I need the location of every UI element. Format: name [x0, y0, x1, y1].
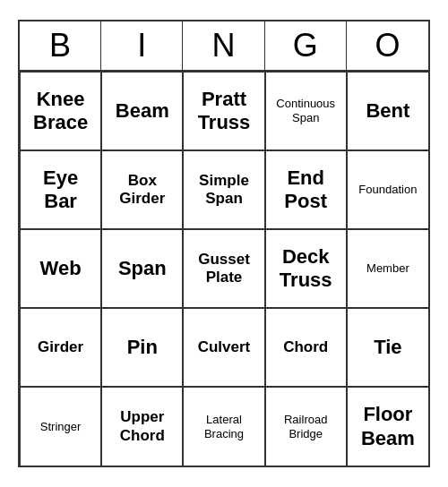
cell-text: EyeBar — [43, 167, 78, 214]
cell-text: Culvert — [198, 338, 251, 356]
cell-text: UpperChord — [120, 408, 165, 445]
header-letter: B — [20, 21, 101, 70]
cell-text: LateralBracing — [204, 413, 244, 440]
cell-text: Stringer — [40, 420, 82, 434]
cell-text: GussetPlate — [198, 251, 250, 287]
bingo-cell: Pin — [101, 308, 183, 387]
bingo-header: BINGO — [20, 21, 428, 72]
bingo-cell: Web — [20, 229, 101, 308]
bingo-cell: UpperChord — [101, 387, 183, 466]
cell-text: PrattTruss — [198, 88, 251, 135]
bingo-cell: Beam — [101, 72, 183, 150]
cell-text: Span — [118, 257, 167, 280]
cell-text: DeckTruss — [280, 245, 332, 293]
bingo-cell: PrattTruss — [183, 72, 264, 150]
cell-text: KneeBrace — [33, 88, 88, 135]
cell-text: Web — [40, 257, 82, 280]
bingo-cell: KneeBrace — [20, 72, 101, 150]
bingo-cell: LateralBracing — [183, 387, 264, 466]
cell-text: Member — [366, 261, 409, 276]
bingo-cell: FloorBeam — [347, 387, 428, 466]
bingo-cell: Chord — [265, 308, 347, 387]
bingo-cell: RailroadBridge — [265, 387, 347, 466]
bingo-card: BINGO KneeBraceBeamPrattTrussContinuous … — [18, 20, 430, 467]
cell-text: BoxGirder — [119, 172, 165, 209]
header-letter: G — [265, 21, 347, 70]
bingo-cell: Stringer — [20, 387, 101, 466]
cell-text: Continuous Span — [270, 97, 342, 124]
bingo-cell: Culvert — [183, 308, 264, 387]
header-letter: N — [183, 21, 264, 70]
bingo-cell: BoxGirder — [101, 150, 183, 229]
bingo-cell: DeckTruss — [265, 229, 347, 308]
cell-text: Beam — [116, 99, 169, 123]
bingo-cell: Tie — [347, 308, 428, 387]
bingo-grid: KneeBraceBeamPrattTrussContinuous SpanBe… — [20, 72, 428, 466]
cell-text: FloorBeam — [361, 403, 415, 450]
cell-text: Chord — [283, 338, 328, 356]
cell-text: Foundation — [358, 183, 417, 197]
bingo-cell: GussetPlate — [183, 229, 264, 308]
bingo-cell: Bent — [347, 72, 428, 150]
bingo-cell: Girder — [20, 308, 101, 387]
cell-text: RailroadBridge — [284, 413, 327, 440]
cell-text: Pin — [127, 336, 158, 359]
cell-text: Tie — [374, 336, 401, 359]
bingo-cell: EyeBar — [20, 150, 101, 229]
header-letter: I — [101, 21, 183, 70]
bingo-cell: Foundation — [347, 150, 428, 229]
cell-text: SimpleSpan — [199, 172, 249, 209]
bingo-cell: SimpleSpan — [183, 150, 264, 229]
bingo-cell: Member — [347, 229, 428, 308]
bingo-cell: Span — [101, 229, 183, 308]
cell-text: Bent — [366, 99, 409, 123]
cell-text: Girder — [38, 338, 83, 356]
header-letter: O — [347, 21, 428, 70]
cell-text: EndPost — [284, 167, 327, 214]
bingo-cell: Continuous Span — [265, 72, 347, 150]
bingo-cell: EndPost — [265, 150, 347, 229]
